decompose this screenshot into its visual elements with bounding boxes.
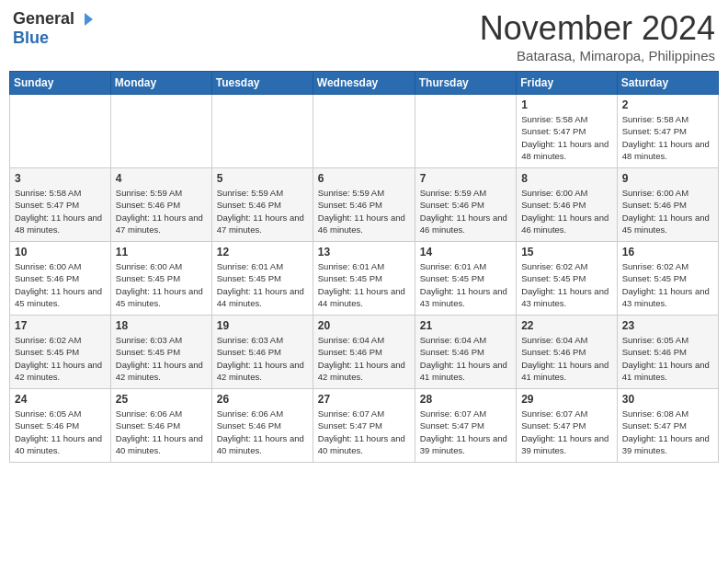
location: Batarasa, Mimaropa, Philippines: [480, 48, 715, 63]
day-info: Sunrise: 6:04 AM Sunset: 5:46 PM Dayligh…: [521, 334, 612, 383]
day-info: Sunrise: 6:02 AM Sunset: 5:45 PM Dayligh…: [622, 260, 713, 309]
calendar-day-cell: 18Sunrise: 6:03 AM Sunset: 5:45 PM Dayli…: [110, 316, 211, 389]
calendar-empty-cell: [415, 95, 516, 168]
calendar-day-cell: 3Sunrise: 5:58 AM Sunset: 5:47 PM Daylig…: [10, 168, 111, 242]
day-number: 13: [318, 246, 410, 259]
calendar-empty-cell: [211, 95, 313, 168]
calendar-day-cell: 17Sunrise: 6:02 AM Sunset: 5:45 PM Dayli…: [10, 316, 111, 389]
calendar-day-cell: 7Sunrise: 5:59 AM Sunset: 5:46 PM Daylig…: [415, 168, 516, 242]
calendar-day-cell: 22Sunrise: 6:04 AM Sunset: 5:46 PM Dayli…: [517, 316, 618, 389]
day-number: 1: [521, 98, 612, 111]
day-info: Sunrise: 6:08 AM Sunset: 5:47 PM Dayligh…: [622, 408, 713, 456]
calendar-week-row: 1Sunrise: 5:58 AM Sunset: 5:47 PM Daylig…: [10, 95, 719, 168]
logo-flag-icon: [76, 11, 93, 28]
day-info: Sunrise: 6:06 AM Sunset: 5:46 PM Dayligh…: [116, 408, 207, 456]
day-number: 12: [217, 246, 308, 259]
day-info: Sunrise: 6:00 AM Sunset: 5:45 PM Dayligh…: [116, 260, 207, 309]
day-info: Sunrise: 6:01 AM Sunset: 5:45 PM Dayligh…: [318, 260, 410, 309]
calendar-day-cell: 16Sunrise: 6:02 AM Sunset: 5:45 PM Dayli…: [617, 242, 718, 316]
day-number: 25: [116, 393, 207, 406]
day-of-week-header: Friday: [517, 72, 618, 95]
calendar-day-cell: 2Sunrise: 5:58 AM Sunset: 5:47 PM Daylig…: [617, 95, 718, 168]
day-info: Sunrise: 5:59 AM Sunset: 5:46 PM Dayligh…: [420, 187, 511, 236]
day-info: Sunrise: 5:59 AM Sunset: 5:46 PM Dayligh…: [318, 187, 410, 236]
day-number: 20: [318, 319, 410, 332]
calendar-day-cell: 12Sunrise: 6:01 AM Sunset: 5:45 PM Dayli…: [211, 242, 313, 316]
calendar-day-cell: 15Sunrise: 6:02 AM Sunset: 5:45 PM Dayli…: [517, 242, 618, 316]
day-of-week-header: Monday: [110, 72, 211, 95]
day-number: 8: [521, 172, 612, 185]
day-info: Sunrise: 6:02 AM Sunset: 5:45 PM Dayligh…: [15, 334, 106, 383]
calendar-week-row: 17Sunrise: 6:02 AM Sunset: 5:45 PM Dayli…: [10, 316, 719, 389]
day-info: Sunrise: 6:04 AM Sunset: 5:46 PM Dayligh…: [420, 334, 511, 383]
day-number: 19: [217, 319, 308, 332]
calendar-day-cell: 13Sunrise: 6:01 AM Sunset: 5:45 PM Dayli…: [313, 242, 415, 316]
day-number: 21: [420, 319, 511, 332]
day-info: Sunrise: 6:04 AM Sunset: 5:46 PM Dayligh…: [318, 334, 410, 383]
calendar-day-cell: 14Sunrise: 6:01 AM Sunset: 5:45 PM Dayli…: [415, 242, 516, 316]
day-info: Sunrise: 6:05 AM Sunset: 5:46 PM Dayligh…: [622, 334, 713, 383]
day-info: Sunrise: 5:58 AM Sunset: 5:47 PM Dayligh…: [622, 113, 713, 162]
day-of-week-header: Saturday: [617, 72, 718, 95]
calendar-day-cell: 25Sunrise: 6:06 AM Sunset: 5:46 PM Dayli…: [110, 389, 211, 463]
day-of-week-header: Tuesday: [211, 72, 313, 95]
day-of-week-header: Wednesday: [313, 72, 415, 95]
calendar-day-cell: 20Sunrise: 6:04 AM Sunset: 5:46 PM Dayli…: [313, 316, 415, 389]
day-info: Sunrise: 6:01 AM Sunset: 5:45 PM Dayligh…: [420, 260, 511, 309]
day-info: Sunrise: 6:01 AM Sunset: 5:45 PM Dayligh…: [217, 260, 308, 309]
page-header: General Blue November 2024 Batarasa, Mim…: [9, 9, 719, 63]
calendar-day-cell: 30Sunrise: 6:08 AM Sunset: 5:47 PM Dayli…: [617, 389, 718, 463]
calendar-day-cell: 5Sunrise: 5:59 AM Sunset: 5:46 PM Daylig…: [211, 168, 313, 242]
day-info: Sunrise: 5:58 AM Sunset: 5:47 PM Dayligh…: [521, 113, 612, 162]
day-of-week-header: Sunday: [10, 72, 111, 95]
day-number: 11: [116, 246, 207, 259]
day-info: Sunrise: 5:58 AM Sunset: 5:47 PM Dayligh…: [15, 187, 106, 236]
day-info: Sunrise: 6:07 AM Sunset: 5:47 PM Dayligh…: [318, 408, 410, 456]
day-number: 3: [15, 172, 106, 185]
day-number: 23: [622, 319, 713, 332]
calendar-day-cell: 24Sunrise: 6:05 AM Sunset: 5:46 PM Dayli…: [10, 389, 111, 463]
calendar-day-cell: 9Sunrise: 6:00 AM Sunset: 5:46 PM Daylig…: [617, 168, 718, 242]
day-number: 27: [318, 393, 410, 406]
calendar-day-cell: 28Sunrise: 6:07 AM Sunset: 5:47 PM Dayli…: [415, 389, 516, 463]
day-info: Sunrise: 5:59 AM Sunset: 5:46 PM Dayligh…: [116, 187, 207, 236]
day-number: 6: [318, 172, 410, 185]
calendar-empty-cell: [110, 95, 211, 168]
calendar-day-cell: 8Sunrise: 6:00 AM Sunset: 5:46 PM Daylig…: [517, 168, 618, 242]
calendar-day-cell: 27Sunrise: 6:07 AM Sunset: 5:47 PM Dayli…: [313, 389, 415, 463]
day-number: 17: [15, 319, 106, 332]
day-info: Sunrise: 6:06 AM Sunset: 5:46 PM Dayligh…: [217, 408, 308, 456]
calendar-week-row: 10Sunrise: 6:00 AM Sunset: 5:46 PM Dayli…: [10, 242, 719, 316]
day-info: Sunrise: 6:07 AM Sunset: 5:47 PM Dayligh…: [521, 408, 612, 456]
day-number: 26: [217, 393, 308, 406]
day-number: 22: [521, 319, 612, 332]
day-info: Sunrise: 6:00 AM Sunset: 5:46 PM Dayligh…: [521, 187, 612, 236]
month-title: November 2024: [480, 9, 715, 48]
calendar-day-cell: 21Sunrise: 6:04 AM Sunset: 5:46 PM Dayli…: [415, 316, 516, 389]
title-area: November 2024 Batarasa, Mimaropa, Philip…: [480, 9, 715, 63]
day-number: 30: [622, 393, 713, 406]
calendar-day-cell: 1Sunrise: 5:58 AM Sunset: 5:47 PM Daylig…: [517, 95, 618, 168]
calendar-table: SundayMondayTuesdayWednesdayThursdayFrid…: [9, 71, 719, 463]
calendar-day-cell: 29Sunrise: 6:07 AM Sunset: 5:47 PM Dayli…: [517, 389, 618, 463]
calendar-header-row: SundayMondayTuesdayWednesdayThursdayFrid…: [10, 72, 719, 95]
calendar-empty-cell: [10, 95, 111, 168]
day-number: 14: [420, 246, 511, 259]
day-info: Sunrise: 5:59 AM Sunset: 5:46 PM Dayligh…: [217, 187, 308, 236]
day-info: Sunrise: 6:03 AM Sunset: 5:46 PM Dayligh…: [217, 334, 308, 383]
logo-blue-text: Blue: [13, 29, 49, 47]
day-info: Sunrise: 6:00 AM Sunset: 5:46 PM Dayligh…: [622, 187, 713, 236]
calendar-day-cell: 10Sunrise: 6:00 AM Sunset: 5:46 PM Dayli…: [10, 242, 111, 316]
calendar-day-cell: 19Sunrise: 6:03 AM Sunset: 5:46 PM Dayli…: [211, 316, 313, 389]
day-info: Sunrise: 6:05 AM Sunset: 5:46 PM Dayligh…: [15, 408, 106, 456]
day-of-week-header: Thursday: [415, 72, 516, 95]
day-info: Sunrise: 6:02 AM Sunset: 5:45 PM Dayligh…: [521, 260, 612, 309]
logo: General Blue: [13, 9, 93, 48]
day-number: 5: [217, 172, 308, 185]
calendar-week-row: 24Sunrise: 6:05 AM Sunset: 5:46 PM Dayli…: [10, 389, 719, 463]
calendar-empty-cell: [313, 95, 415, 168]
day-number: 9: [622, 172, 713, 185]
calendar-week-row: 3Sunrise: 5:58 AM Sunset: 5:47 PM Daylig…: [10, 168, 719, 242]
calendar-day-cell: 11Sunrise: 6:00 AM Sunset: 5:45 PM Dayli…: [110, 242, 211, 316]
day-number: 7: [420, 172, 511, 185]
